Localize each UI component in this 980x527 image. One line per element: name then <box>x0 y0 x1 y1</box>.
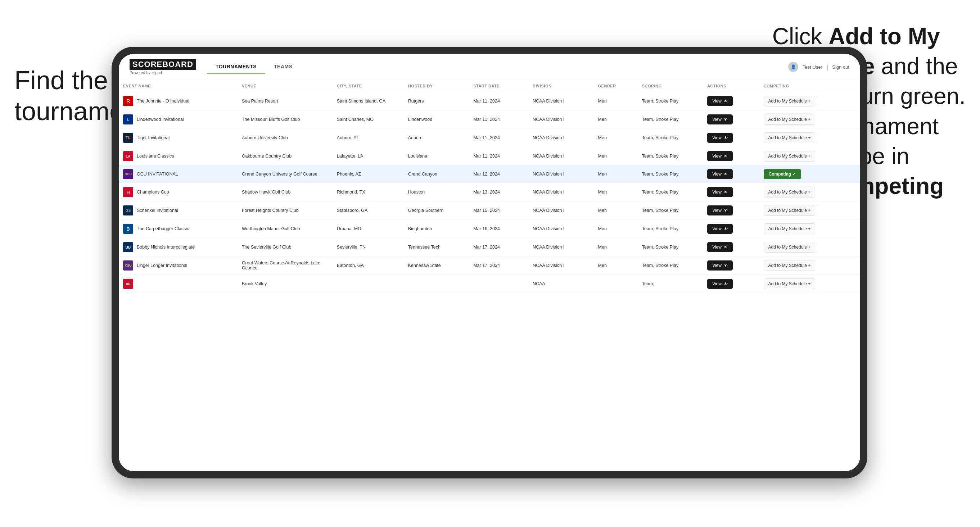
division-cell: NCAA Division I <box>528 238 593 257</box>
add-to-schedule-button[interactable]: Add to My Schedule + <box>764 205 816 216</box>
competing-cell: Add to My Schedule + <box>759 238 861 257</box>
eye-icon: 👁 <box>724 136 728 140</box>
col-header-venue: VENUE <box>237 80 332 92</box>
venue-cell: The Sevierville Golf Club <box>237 238 332 257</box>
venue-cell: Auburn University Club <box>237 129 332 147</box>
table-container: EVENT NAME VENUE CITY, STATE HOSTED BY S… <box>119 80 860 471</box>
scoring-cell: Team, Stroke Play <box>638 165 703 183</box>
scoreboard-logo: SCOREBOARD Powered by clippd <box>130 59 196 75</box>
scoring-cell: Team, Stroke Play <box>638 202 703 220</box>
add-to-schedule-button[interactable]: Add to My Schedule + <box>764 114 816 125</box>
table-row: L Lindenwood Invitational The Missouri B… <box>119 110 860 129</box>
view-button[interactable]: View 👁 <box>707 114 733 124</box>
gender-cell: Men <box>594 110 638 129</box>
add-to-schedule-button[interactable]: Add to My Schedule + <box>764 224 816 234</box>
view-button[interactable]: View 👁 <box>707 133 733 143</box>
actions-cell: View 👁 <box>703 110 759 129</box>
hosted-by-cell: Rutgers <box>404 92 469 110</box>
view-button[interactable]: View 👁 <box>707 96 733 106</box>
venue-cell: Forest Heights Country Club <box>237 202 332 220</box>
gender-cell: Men <box>594 183 638 202</box>
eye-icon: 👁 <box>724 99 728 103</box>
scoring-cell: Team, Stroke Play <box>638 92 703 110</box>
actions-cell: View 👁 <box>703 220 759 238</box>
division-cell: NCAA Division I <box>528 92 593 110</box>
view-button[interactable]: View 👁 <box>707 169 733 179</box>
event-name-cell: KSU Linger Longer Invitational <box>119 257 237 275</box>
view-button[interactable]: View 👁 <box>707 242 733 252</box>
team-logo: L <box>123 114 133 124</box>
actions-cell: View 👁 <box>703 275 759 293</box>
division-cell: NCAA Division I <box>528 220 593 238</box>
add-to-schedule-button[interactable]: Add to My Schedule + <box>764 278 816 289</box>
venue-cell: Grand Canyon University Golf Course <box>237 165 332 183</box>
add-to-schedule-button[interactable]: Add to My Schedule + <box>764 132 816 143</box>
team-logo: BB <box>123 242 133 252</box>
actions-cell: View 👁 <box>703 147 759 165</box>
view-button[interactable]: View 👁 <box>707 205 733 216</box>
actions-cell: View 👁 <box>703 257 759 275</box>
signout-link[interactable]: Sign out <box>832 64 850 70</box>
date-cell <box>469 275 528 293</box>
event-name: Louisiana Classics <box>137 154 174 159</box>
venue-cell: Oakbourne Country Club <box>237 147 332 165</box>
eye-icon: 👁 <box>724 264 728 268</box>
scoring-cell: Team, Stroke Play <box>638 129 703 147</box>
hosted-by-cell: Georgia Southern <box>404 202 469 220</box>
hosted-by-cell: Grand Canyon <box>404 165 469 183</box>
eye-icon: 👁 <box>724 245 728 249</box>
tab-teams[interactable]: TEAMS <box>265 60 301 74</box>
view-button[interactable]: View 👁 <box>707 151 733 161</box>
eye-icon: 👁 <box>724 190 728 194</box>
eye-icon: 👁 <box>724 117 728 122</box>
competing-cell: Add to My Schedule + <box>759 220 861 238</box>
gender-cell: Men <box>594 147 638 165</box>
hosted-by-cell: Binghamton <box>404 220 469 238</box>
team-logo: H <box>123 187 133 197</box>
tab-tournaments[interactable]: TOURNAMENTS <box>207 60 265 74</box>
view-button[interactable]: View 👁 <box>707 187 733 197</box>
event-name-cell: BB Bobby Nichols Intercollegiate <box>119 238 237 257</box>
event-name-cell: BU <box>119 275 237 293</box>
competing-button[interactable]: Competing ✓ <box>764 169 801 179</box>
view-button[interactable]: View 👁 <box>707 224 733 234</box>
division-cell: NCAA Division I <box>528 147 593 165</box>
event-name: Bobby Nichols Intercollegiate <box>137 244 195 250</box>
hosted-by-cell: Kennesaw State <box>404 257 469 275</box>
event-name-cell: L Lindenwood Invitational <box>119 110 237 129</box>
hosted-by-cell: Tennessee Tech <box>404 238 469 257</box>
event-name: GCU INVITATIONAL <box>137 171 178 177</box>
view-button[interactable]: View 👁 <box>707 279 733 289</box>
event-name-cell: GCU GCU INVITATIONAL <box>119 165 237 183</box>
add-to-schedule-button[interactable]: Add to My Schedule + <box>764 260 816 271</box>
add-to-schedule-button[interactable]: Add to My Schedule + <box>764 151 816 162</box>
actions-cell: View 👁 <box>703 183 759 202</box>
scoring-cell: Team, Stroke Play <box>638 238 703 257</box>
city-cell: Statesboro, GA <box>332 202 404 220</box>
competing-cell: Add to My Schedule + <box>759 257 861 275</box>
logo-text: SCOREBOARD <box>130 59 196 70</box>
app-header: SCOREBOARD Powered by clippd TOURNAMENTS… <box>119 54 860 80</box>
competing-cell: Add to My Schedule + <box>759 92 861 110</box>
competing-cell: Add to My Schedule + <box>759 110 861 129</box>
event-name-cell: LA Louisiana Classics <box>119 147 237 165</box>
view-button[interactable]: View 👁 <box>707 260 733 270</box>
date-cell: Mar 16, 2024 <box>469 220 528 238</box>
divider: | <box>827 64 828 70</box>
add-to-schedule-button[interactable]: Add to My Schedule + <box>764 242 816 252</box>
team-logo: R <box>123 96 133 106</box>
division-cell: NCAA Division I <box>528 202 593 220</box>
team-logo: B <box>123 224 133 234</box>
actions-cell: View 👁 <box>703 238 759 257</box>
table-row: H Champions Cup Shadow Hawk Golf ClubRic… <box>119 183 860 202</box>
gender-cell: Men <box>594 220 638 238</box>
gender-cell: Men <box>594 202 638 220</box>
event-name: The Johnnie - O Individual <box>137 98 189 103</box>
user-avatar: 👤 <box>788 62 798 72</box>
date-cell: Mar 17, 2024 <box>469 238 528 257</box>
venue-cell: The Missouri Bluffs Golf Club <box>237 110 332 129</box>
event-name: Champions Cup <box>137 190 169 195</box>
add-to-schedule-button[interactable]: Add to My Schedule + <box>764 187 816 197</box>
add-to-schedule-button[interactable]: Add to My Schedule + <box>764 96 816 106</box>
table-header-row: EVENT NAME VENUE CITY, STATE HOSTED BY S… <box>119 80 860 92</box>
